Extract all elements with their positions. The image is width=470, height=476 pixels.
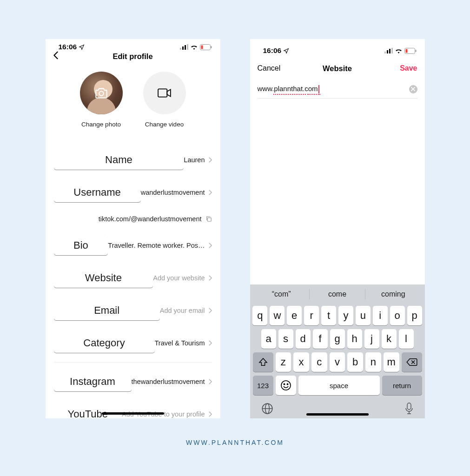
letter-key-j[interactable]: j (364, 329, 379, 349)
letter-key-l[interactable]: l (399, 329, 414, 349)
letter-key-m[interactable]: m (384, 352, 399, 372)
camera-icon (95, 87, 108, 99)
row-label: Category (54, 333, 155, 353)
svg-point-22 (284, 383, 285, 384)
svg-rect-12 (389, 49, 391, 53)
profile-url: tiktok.com/@wanderlustmovement (99, 215, 202, 223)
letter-key-p[interactable]: p (407, 306, 422, 325)
chevron-right-icon (209, 190, 212, 195)
letter-key-t[interactable]: t (321, 306, 336, 325)
letter-key-c[interactable]: c (311, 352, 327, 372)
keyboard-suggestion[interactable]: come (310, 290, 365, 298)
svg-rect-9 (207, 218, 211, 221)
letter-key-d[interactable]: d (296, 329, 311, 349)
row-email[interactable]: Email Add your email (46, 294, 220, 327)
chevron-right-icon (209, 411, 212, 417)
avatar (80, 72, 123, 114)
svg-rect-16 (415, 50, 416, 52)
globe-icon[interactable] (261, 403, 273, 415)
letter-key-x[interactable]: x (293, 352, 309, 372)
letter-key-h[interactable]: h (347, 329, 362, 349)
status-time: 16:06 (59, 43, 77, 51)
clear-input-button[interactable] (409, 85, 417, 93)
letter-key-q[interactable]: q (252, 306, 267, 325)
svg-rect-0 (180, 48, 181, 50)
row-label: YouTube (54, 404, 122, 418)
row-label: Email (54, 301, 160, 320)
row-name[interactable]: Name Lauren (46, 144, 220, 176)
svg-point-7 (99, 92, 103, 96)
row-youtube[interactable]: YouTube Add YouTube to your profile (46, 398, 220, 418)
divider (54, 362, 212, 363)
svg-rect-6 (211, 46, 212, 48)
backspace-key[interactable] (402, 352, 422, 372)
row-website[interactable]: Website Add your website (46, 262, 220, 294)
letter-key-k[interactable]: k (382, 329, 397, 349)
letter-key-u[interactable]: u (356, 306, 371, 325)
space-key[interactable]: space (298, 376, 380, 395)
letter-key-i[interactable]: i (373, 306, 388, 325)
letter-key-v[interactable]: v (330, 352, 345, 372)
row-username[interactable]: Username wanderlustmovement (46, 176, 220, 209)
letter-key-a[interactable]: a (261, 329, 276, 349)
numeric-key[interactable]: 123 (253, 376, 273, 395)
change-video-button[interactable]: Change video (143, 72, 186, 128)
row-category[interactable]: Category Travel & Tourism (46, 327, 220, 359)
letter-key-y[interactable]: y (338, 306, 353, 325)
change-photo-label: Change photo (81, 121, 121, 128)
svg-rect-15 (405, 49, 407, 53)
svg-rect-2 (185, 45, 186, 50)
row-value: Travel & Tourism (155, 339, 205, 347)
row-placeholder: Add your website (153, 274, 205, 282)
svg-point-21 (281, 381, 291, 390)
row-value: thewanderlustmovement (132, 378, 205, 385)
keyboard-suggestion[interactable]: coming (365, 290, 421, 298)
home-indicator[interactable] (306, 413, 369, 416)
letter-key-w[interactable]: w (270, 306, 285, 325)
back-button[interactable] (53, 51, 86, 61)
letter-key-o[interactable]: o (390, 306, 405, 325)
letter-key-r[interactable]: r (304, 306, 319, 325)
row-bio[interactable]: Bio Traveller. Remote worker. Pos… (46, 229, 220, 262)
change-photo-button[interactable]: Change photo (80, 72, 123, 128)
shift-key[interactable] (253, 352, 273, 372)
row-value: wanderlustmovement (141, 189, 205, 196)
keyboard-row-4: 123 space return (252, 376, 423, 395)
microphone-icon[interactable] (404, 403, 414, 415)
letter-key-g[interactable]: g (330, 329, 345, 349)
home-indicator[interactable] (102, 412, 164, 415)
row-instagram[interactable]: Instagram thewanderlustmovement (46, 365, 220, 398)
cancel-button[interactable]: Cancel (258, 64, 290, 73)
letter-key-b[interactable]: b (347, 352, 363, 372)
letter-key-e[interactable]: e (287, 306, 302, 325)
return-key[interactable]: return (382, 376, 422, 395)
status-bar: 16:06 (250, 43, 425, 59)
svg-rect-27 (407, 403, 411, 410)
row-profile-url[interactable]: tiktok.com/@wanderlustmovement (46, 209, 220, 229)
letter-key-f[interactable]: f (313, 329, 328, 349)
chevron-right-icon (209, 275, 212, 281)
copy-icon (205, 216, 212, 222)
svg-rect-8 (158, 89, 167, 97)
keyboard-row-1: qwertyuiop (252, 306, 423, 325)
letter-key-s[interactable]: s (278, 329, 293, 349)
letter-key-n[interactable]: n (365, 352, 381, 372)
save-button[interactable]: Save (385, 64, 417, 73)
keyboard-row-2: asdfghjkl (252, 329, 423, 349)
row-label: Instagram (54, 372, 132, 391)
svg-rect-13 (391, 48, 393, 53)
wifi-icon (395, 48, 403, 53)
website-input[interactable]: www.plannthat.com (258, 82, 417, 99)
video-icon (158, 88, 172, 98)
phone-edit-profile: 16:06 Edit profile Change photo (46, 39, 220, 418)
emoji-key[interactable] (276, 376, 296, 395)
letter-key-z[interactable]: z (276, 352, 291, 372)
chevron-right-icon (209, 379, 212, 384)
wifi-icon (190, 44, 198, 50)
keyboard-suggestion[interactable]: “com” (254, 290, 309, 298)
location-arrow-icon (79, 44, 85, 50)
row-label: Website (54, 268, 153, 288)
emoji-icon (280, 380, 291, 391)
backspace-icon (406, 358, 417, 366)
footer-brand-link[interactable]: WWW.PLANNTHAT.COM (186, 439, 284, 446)
